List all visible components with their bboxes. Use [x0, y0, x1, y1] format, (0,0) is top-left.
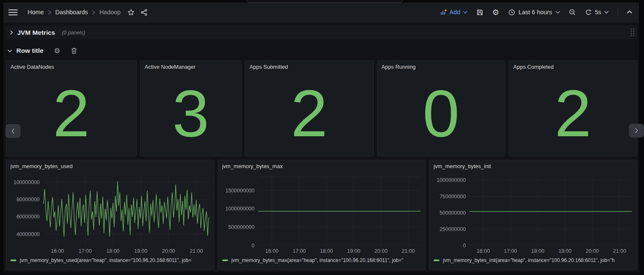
- svg-text:0: 0: [252, 243, 254, 249]
- save-icon: [476, 9, 483, 16]
- refresh-button[interactable]: [585, 9, 592, 16]
- next-page-button[interactable]: [629, 124, 644, 138]
- stat-panel-apps-running: Apps Running 0: [377, 60, 506, 156]
- row-settings-gear-icon[interactable]: ⚙: [54, 47, 60, 54]
- breadcrumb-item-hadoop[interactable]: Hadoop: [99, 9, 121, 16]
- chevron-right-icon[interactable]: [10, 30, 13, 35]
- row-drag-handle-icon[interactable]: [631, 29, 635, 38]
- chart-panels-row: jvm_memory_bytes_used 16:0017:0018:0019:…: [6, 160, 637, 270]
- top-navbar: Home Dashboards Hadoop Add: [3, 3, 639, 22]
- chevron-down-icon: [556, 11, 560, 14]
- clock-icon: [508, 9, 515, 16]
- svg-text:1500000000: 1500000000: [225, 188, 254, 194]
- svg-text:16:00: 16:00: [477, 248, 490, 254]
- svg-text:60000000: 60000000: [16, 214, 40, 220]
- dashboard-settings-gear-icon[interactable]: ⚙: [492, 8, 499, 16]
- share-icon[interactable]: [140, 9, 148, 16]
- chart-canvas[interactable]: 16:0017:0018:0019:0020:0021:000250000000…: [429, 169, 637, 256]
- time-range-label: Last 6 hours: [519, 9, 552, 16]
- breadcrumb-separator-icon: [92, 10, 95, 15]
- row-title[interactable]: Row title: [16, 47, 44, 54]
- svg-text:18:00: 18:00: [320, 248, 333, 254]
- svg-text:0: 0: [463, 243, 466, 249]
- svg-text:17:00: 17:00: [504, 248, 517, 254]
- magnifier-minus-icon: [569, 9, 576, 16]
- svg-text:19:00: 19:00: [347, 248, 360, 254]
- row-panel-count: (0 panels): [62, 30, 85, 36]
- toolbar-right: Add ⚙ Last 6 hours: [440, 8, 632, 16]
- svg-text:20:00: 20:00: [586, 248, 599, 254]
- svg-text:17:00: 17:00: [293, 248, 306, 254]
- svg-text:18:00: 18:00: [531, 248, 544, 254]
- stat-value: 0: [377, 61, 505, 156]
- bar-chart-plus-icon: [440, 9, 447, 16]
- legend-label[interactable]: jvm_memory_bytes_max{area="heap", instan…: [231, 257, 403, 263]
- svg-text:80000000: 80000000: [16, 197, 40, 202]
- svg-text:750000000: 750000000: [440, 194, 466, 200]
- timeseries-panel-jvm-memory-bytes-init: jvm_memory_bytes_init 16:0017:0018:0019:…: [429, 160, 637, 270]
- svg-text:500000000: 500000000: [440, 210, 466, 216]
- panel-title[interactable]: jvm_memory_bytes_used: [6, 160, 214, 169]
- stat-value: 2: [509, 61, 637, 156]
- dashboard-canvas: JVM Metrics (0 panels) Row title ⚙ Activ…: [3, 22, 639, 270]
- svg-text:16:00: 16:00: [51, 248, 64, 254]
- stat-panel-apps-completed: Apps Completed 2: [509, 60, 637, 156]
- svg-text:21:00: 21:00: [613, 248, 626, 254]
- timeseries-panel-jvm-memory-bytes-used: jvm_memory_bytes_used 16:0017:0018:0019:…: [6, 160, 214, 270]
- chevron-left-icon: [11, 128, 15, 134]
- svg-text:40000000: 40000000: [16, 231, 40, 237]
- svg-text:19:00: 19:00: [134, 248, 147, 254]
- row-title[interactable]: JVM Metrics: [17, 29, 55, 36]
- prev-page-button[interactable]: [5, 124, 21, 138]
- legend-swatch: [434, 259, 439, 261]
- breadcrumb-separator-icon: [48, 10, 51, 15]
- panel-title[interactable]: jvm_memory_bytes_max: [218, 160, 426, 169]
- chart-canvas[interactable]: 16:0017:0018:0019:0020:0021:004000000060…: [6, 169, 214, 256]
- stat-panel-active-datanodes: Active DataNodes 2: [6, 60, 137, 156]
- stat-panel-active-nodemanager: Active NodeManager 3: [140, 60, 242, 156]
- breadcrumb-item-dashboards[interactable]: Dashboards: [55, 9, 88, 16]
- chart-canvas[interactable]: 16:0017:0018:0019:0020:0021:000500000000…: [218, 169, 426, 256]
- breadcrumb: Home Dashboards Hadoop: [28, 9, 121, 16]
- row-delete-trash-icon[interactable]: [71, 47, 77, 54]
- svg-text:21:00: 21:00: [190, 248, 203, 254]
- stat-value: 2: [6, 61, 136, 156]
- svg-text:16:00: 16:00: [265, 248, 278, 254]
- svg-text:250000000: 250000000: [440, 226, 466, 232]
- stat-panel-apps-submitted: Apps Submitted 2: [245, 60, 374, 156]
- breadcrumb-item-home[interactable]: Home: [28, 9, 44, 16]
- svg-text:17:00: 17:00: [79, 248, 92, 254]
- zoom-out-button[interactable]: [569, 9, 576, 16]
- chevron-down-icon: [463, 11, 467, 14]
- grafana-app: Home Dashboards Hadoop Add: [3, 3, 639, 272]
- chart-svg: 16:0017:0018:0019:0020:0021:000500000000…: [218, 169, 426, 256]
- chart-svg: 16:0017:0018:0019:0020:0021:004000000060…: [6, 169, 214, 256]
- svg-text:500000000: 500000000: [228, 224, 254, 230]
- legend-label[interactable]: jvm_memory_bytes_used{area="heap", insta…: [20, 257, 191, 263]
- row-jvm-metrics[interactable]: JVM Metrics (0 panels): [6, 26, 637, 39]
- svg-text:20:00: 20:00: [374, 248, 387, 254]
- add-button[interactable]: Add: [440, 9, 467, 16]
- svg-text:21:00: 21:00: [402, 248, 415, 254]
- legend-swatch: [10, 259, 16, 261]
- chart-legend: jvm_memory_bytes_max{area="heap", instan…: [218, 256, 426, 266]
- toolbar-divider: [618, 8, 618, 16]
- refresh-controls: 5s: [585, 9, 609, 16]
- search-bar-partial[interactable]: [247, 0, 402, 3]
- legend-label[interactable]: jvm_memory_bytes_init{area="heap", insta…: [443, 257, 615, 263]
- stat-value: 2: [245, 61, 373, 156]
- svg-text:1000000000: 1000000000: [225, 206, 254, 212]
- chevron-up-icon: [627, 10, 632, 14]
- refresh-interval-dropdown[interactable]: 5s: [595, 9, 601, 16]
- chevron-down-icon[interactable]: [8, 49, 12, 52]
- panel-title[interactable]: jvm_memory_bytes_init: [429, 160, 637, 169]
- collapse-toolbar-button[interactable]: [627, 10, 632, 14]
- chart-legend: jvm_memory_bytes_init{area="heap", insta…: [429, 256, 637, 266]
- save-dashboard-button[interactable]: [476, 9, 483, 16]
- favorite-star-icon[interactable]: [127, 9, 135, 16]
- chart-legend: jvm_memory_bytes_used{area="heap", insta…: [6, 256, 214, 266]
- svg-text:100000000: 100000000: [13, 179, 40, 185]
- svg-text:1000000000: 1000000000: [437, 177, 466, 183]
- time-range-picker[interactable]: Last 6 hours: [508, 9, 560, 16]
- menu-icon[interactable]: [8, 9, 18, 16]
